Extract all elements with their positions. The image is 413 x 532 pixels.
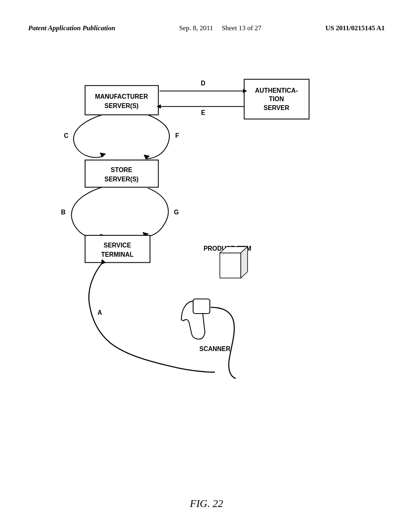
- scanner-label: SCANNER: [199, 345, 230, 352]
- label-e: E: [201, 109, 205, 116]
- date-sheet-info: Sep. 8, 2011 Sheet 13 of 27: [179, 24, 261, 32]
- authentication-label1: AUTHENTICA-: [255, 87, 298, 94]
- manufacturer-label: MANUFACTURER: [95, 93, 148, 100]
- figure-caption: FIG. 22: [0, 498, 413, 510]
- product-item-icon: [220, 247, 248, 278]
- patent-number: US 2011/0215145 A1: [325, 24, 385, 32]
- publication-date: Sep. 8, 2011: [179, 24, 213, 32]
- manufacturer-box: [85, 85, 159, 115]
- service-terminal-label1: SERVICE: [104, 242, 131, 249]
- svg-rect-8: [220, 253, 241, 278]
- diagram-area: MANUFACTURER SERVER(S) AUTHENTICA- TION …: [0, 60, 413, 500]
- authentication-label3: SERVER: [264, 104, 290, 111]
- arrow-f: F: [144, 115, 179, 160]
- label-b: B: [61, 209, 65, 216]
- arrow-c: C: [64, 115, 106, 158]
- svg-rect-12: [193, 299, 210, 314]
- arrow-e: E: [156, 104, 244, 116]
- label-f: F: [175, 132, 179, 139]
- authentication-label2: TION: [269, 96, 284, 102]
- label-c: C: [64, 132, 69, 139]
- label-g: G: [174, 209, 179, 216]
- manufacturer-label2: SERVER(S): [104, 102, 138, 109]
- publication-label: Patent Application Publication: [28, 24, 115, 32]
- label-a: A: [98, 309, 102, 316]
- label-d: D: [201, 80, 205, 87]
- scanner-icon: [181, 299, 236, 378]
- sheet-info: Sheet 13 of 27: [222, 24, 262, 32]
- service-terminal-box: [85, 235, 150, 262]
- page-header: Patent Application Publication Sep. 8, 2…: [0, 24, 413, 32]
- store-label2: SERVER(S): [104, 176, 138, 183]
- service-terminal-label2: TERMINAL: [101, 251, 134, 258]
- arrow-d: D: [160, 80, 247, 93]
- arrow-b: B: [61, 187, 106, 239]
- store-label1: STORE: [111, 166, 132, 173]
- store-box: [85, 160, 159, 187]
- arrow-g: G: [142, 188, 179, 237]
